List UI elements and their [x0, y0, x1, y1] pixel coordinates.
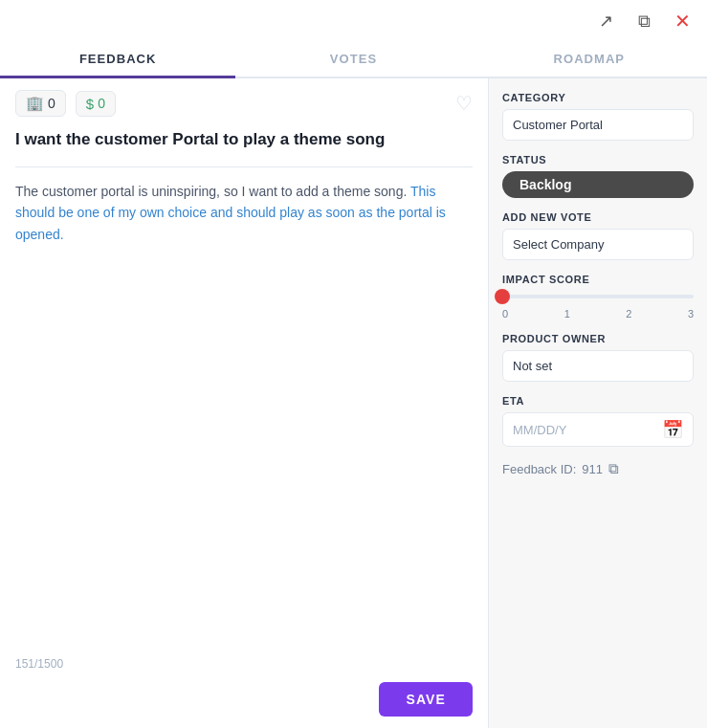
- feedback-id-copy-icon[interactable]: ⧉: [608, 460, 619, 477]
- heart-icon[interactable]: ♡: [455, 92, 473, 115]
- feedback-id-row: Feedback ID: 911 ⧉: [502, 460, 694, 477]
- slider-label-2: 2: [626, 308, 631, 320]
- feedback-id-label: Feedback ID:: [502, 462, 576, 476]
- status-label: STATUS: [502, 154, 694, 165]
- feedback-body-plain: The customer portal is uninspiring, so I…: [15, 184, 410, 199]
- save-button[interactable]: SAVE: [379, 682, 473, 717]
- eta-input[interactable]: MM/DD/Y: [513, 423, 662, 437]
- product-owner-value[interactable]: Not set: [502, 350, 694, 382]
- left-panel: 🏢 0 $ 0 ♡ I want the customer Portal to …: [0, 78, 489, 728]
- feedback-title: I want the customer Portal to play a the…: [15, 128, 473, 151]
- feedback-divider: [15, 166, 473, 167]
- impact-section: IMPACT SCORE 0 1 2 3: [502, 274, 694, 320]
- char-count: 151/1500: [15, 650, 473, 671]
- vote-row: 🏢 0 $ 0 ♡: [15, 90, 473, 117]
- slider-label-0: 0: [502, 308, 508, 320]
- money-count: 0: [98, 96, 105, 111]
- eta-label: ETA: [502, 395, 694, 407]
- add-vote-section: ADD NEW VOTE Select Company: [502, 211, 694, 260]
- status-section: STATUS Backlog: [502, 154, 694, 198]
- slider-thumb[interactable]: [495, 289, 510, 304]
- copy-icon[interactable]: ⧉: [630, 8, 657, 34]
- select-company-dropdown[interactable]: Select Company: [502, 229, 694, 260]
- slider-label-1: 1: [564, 308, 570, 320]
- slider-labels: 0 1 2 3: [502, 308, 694, 320]
- slider-label-3: 3: [688, 308, 694, 320]
- feedback-body: The customer portal is uninspiring, so I…: [15, 181, 473, 415]
- expand-icon[interactable]: ↗: [592, 8, 619, 34]
- status-badge[interactable]: Backlog: [502, 171, 694, 198]
- tab-votes[interactable]: VOTES: [235, 42, 471, 77]
- vote-count: 0: [48, 96, 55, 111]
- product-owner-label: PRODUCT OWNER: [502, 333, 694, 344]
- tab-nav: FEEDBACK VOTES ROADMAP: [0, 42, 707, 78]
- category-label: CATEGORY: [502, 92, 694, 103]
- impact-slider-container: 0 1 2 3: [502, 291, 694, 320]
- money-icon: $: [86, 96, 94, 112]
- product-owner-section: PRODUCT OWNER Not set: [502, 333, 694, 382]
- money-count-badge: $ 0: [76, 91, 116, 117]
- tab-feedback[interactable]: FEEDBACK: [0, 42, 235, 78]
- category-section: CATEGORY Customer Portal: [502, 92, 694, 141]
- main-layout: 🏢 0 $ 0 ♡ I want the customer Portal to …: [0, 78, 707, 728]
- feedback-id-value: 911: [582, 462, 603, 476]
- vote-icon: 🏢: [26, 95, 44, 112]
- slider-track[interactable]: [502, 295, 694, 298]
- add-vote-label: ADD NEW VOTE: [502, 211, 694, 223]
- close-icon[interactable]: ✕: [669, 8, 696, 34]
- right-panel: CATEGORY Customer Portal STATUS Backlog …: [489, 78, 707, 728]
- top-bar: ↗ ⧉ ✕: [0, 0, 707, 42]
- eta-row: MM/DD/Y 📅: [502, 412, 694, 447]
- tab-roadmap[interactable]: ROADMAP: [472, 42, 707, 77]
- eta-section: ETA MM/DD/Y 📅: [502, 395, 694, 447]
- vote-count-badge: 🏢 0: [15, 90, 66, 117]
- category-value[interactable]: Customer Portal: [502, 109, 694, 141]
- impact-label: IMPACT SCORE: [502, 274, 694, 285]
- calendar-icon[interactable]: 📅: [662, 419, 683, 440]
